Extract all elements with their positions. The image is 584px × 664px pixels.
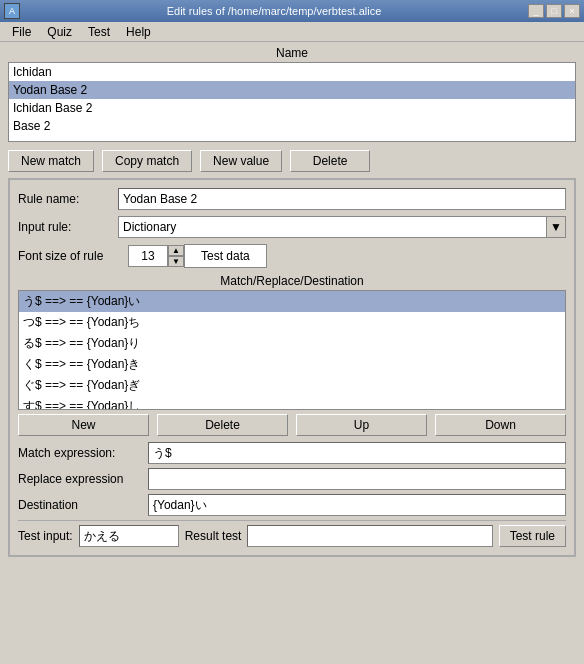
test-input-label: Test input: xyxy=(18,529,73,543)
match-list-item[interactable]: す$ ==> == {Yodan}し xyxy=(19,396,565,410)
app-icon: A xyxy=(4,3,20,19)
menu-quiz[interactable]: Quiz xyxy=(39,25,80,39)
font-size-input[interactable] xyxy=(128,245,168,267)
minimize-button[interactable]: _ xyxy=(528,4,544,18)
name-list[interactable]: Ichidan Yodan Base 2 Ichidan Base 2 Base… xyxy=(8,62,576,142)
match-list-item[interactable]: う$ ==> == {Yodan}い xyxy=(19,291,565,312)
up-button[interactable]: Up xyxy=(296,414,427,436)
name-section: Name Ichidan Yodan Base 2 Ichidan Base 2… xyxy=(0,42,584,146)
copy-match-button[interactable]: Copy match xyxy=(102,150,192,172)
input-rule-label: Input rule: xyxy=(18,220,118,234)
test-rule-button[interactable]: Test rule xyxy=(499,525,566,547)
main-panel: Rule name: Input rule: ▼ Font size of ru… xyxy=(8,178,576,557)
maximize-button[interactable]: □ xyxy=(546,4,562,18)
replace-expr-row: Replace expression xyxy=(18,468,566,490)
destination-label: Destination xyxy=(18,498,148,512)
spinner-down-button[interactable]: ▼ xyxy=(168,256,184,267)
menu-test[interactable]: Test xyxy=(80,25,118,39)
font-size-row: Font size of rule ▲ ▼ Test data xyxy=(18,244,566,268)
list-item[interactable]: Yodan Base 2 xyxy=(9,81,575,99)
rule-name-label: Rule name: xyxy=(18,192,118,206)
spinner-up-button[interactable]: ▲ xyxy=(168,245,184,256)
destination-input[interactable] xyxy=(148,494,566,516)
result-test-label: Result test xyxy=(185,529,242,543)
match-header: Match/Replace/Destination xyxy=(18,274,566,288)
titlebar-controls: _ □ × xyxy=(528,4,580,18)
replace-expr-label: Replace expression xyxy=(18,472,148,486)
font-size-spinner: ▲ ▼ xyxy=(128,245,184,267)
list-item[interactable]: Base 2 xyxy=(9,117,575,135)
spinner-buttons: ▲ ▼ xyxy=(168,245,184,267)
delete-match-button[interactable]: Delete xyxy=(157,414,288,436)
match-expr-input[interactable] xyxy=(148,442,566,464)
match-list-item[interactable]: ぐ$ ==> == {Yodan}ぎ xyxy=(19,375,565,396)
match-list-item[interactable]: く$ ==> == {Yodan}き xyxy=(19,354,565,375)
new-match-row-button[interactable]: New xyxy=(18,414,149,436)
delete-button[interactable]: Delete xyxy=(290,150,370,172)
menubar: File Quiz Test Help xyxy=(0,22,584,42)
match-list-item[interactable]: る$ ==> == {Yodan}り xyxy=(19,333,565,354)
titlebar: A Edit rules of /home/marc/temp/verbtest… xyxy=(0,0,584,22)
test-input-field[interactable] xyxy=(79,525,179,547)
expression-section: Match expression: Replace expression Des… xyxy=(18,442,566,516)
list-item[interactable]: Ichidan Base 2 xyxy=(9,99,575,117)
font-size-label: Font size of rule xyxy=(18,249,128,263)
match-buttons: New Delete Up Down xyxy=(18,410,566,440)
titlebar-title: Edit rules of /home/marc/temp/verbtest.a… xyxy=(20,5,528,17)
rule-name-row: Rule name: xyxy=(18,188,566,210)
test-row: Test input: Result test Test rule xyxy=(18,520,566,547)
match-list[interactable]: う$ ==> == {Yodan}い つ$ ==> == {Yodan}ち る$… xyxy=(18,290,566,410)
menu-file[interactable]: File xyxy=(4,25,39,39)
result-input-field[interactable] xyxy=(247,525,492,547)
test-data-button[interactable]: Test data xyxy=(184,244,267,268)
input-rule-input[interactable] xyxy=(118,216,547,238)
match-expr-label: Match expression: xyxy=(18,446,148,460)
destination-row: Destination xyxy=(18,494,566,516)
input-rule-dropdown-arrow[interactable]: ▼ xyxy=(546,216,566,238)
close-button[interactable]: × xyxy=(564,4,580,18)
down-button[interactable]: Down xyxy=(435,414,566,436)
menu-help[interactable]: Help xyxy=(118,25,159,39)
toolbar: New match Copy match New value Delete xyxy=(0,146,584,176)
new-match-button[interactable]: New match xyxy=(8,150,94,172)
replace-expr-input[interactable] xyxy=(148,468,566,490)
list-item[interactable]: Ichidan xyxy=(9,63,575,81)
match-expr-row: Match expression: xyxy=(18,442,566,464)
rule-name-input[interactable] xyxy=(118,188,566,210)
name-label: Name xyxy=(8,46,576,60)
match-section: Match/Replace/Destination う$ ==> == {Yod… xyxy=(18,274,566,440)
input-rule-row: Input rule: ▼ xyxy=(18,216,566,238)
input-rule-select-container: ▼ xyxy=(118,216,566,238)
titlebar-left: A xyxy=(4,3,20,19)
new-value-button[interactable]: New value xyxy=(200,150,282,172)
match-list-item[interactable]: つ$ ==> == {Yodan}ち xyxy=(19,312,565,333)
